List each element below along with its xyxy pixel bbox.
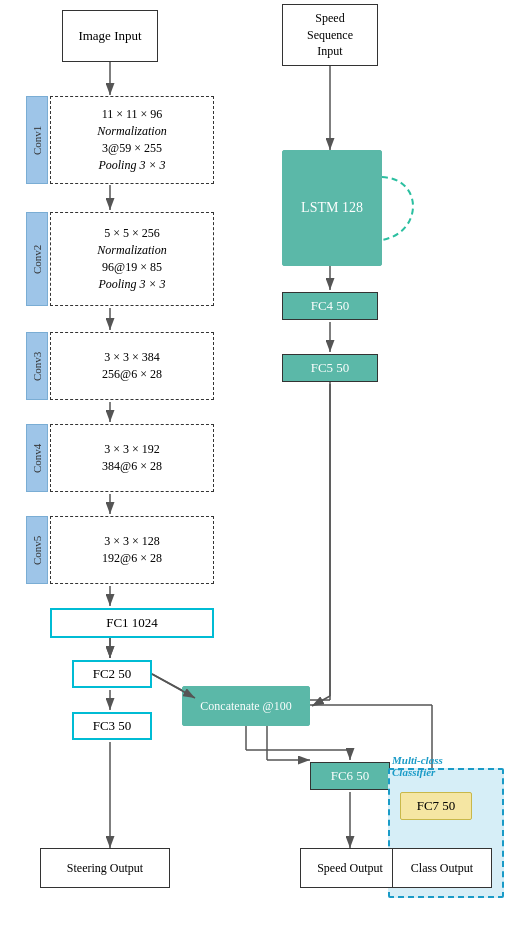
fc2-node: FC2 50 bbox=[72, 660, 152, 688]
conv3-node: 3 × 3 × 384 256@6 × 28 bbox=[50, 332, 214, 400]
steering-output-node: Steering Output bbox=[40, 848, 170, 888]
conv3-side-label: Conv3 bbox=[26, 332, 48, 400]
fc5-node: FC5 50 bbox=[282, 354, 378, 382]
fc6-label: FC6 50 bbox=[331, 767, 370, 785]
concatenate-label: Concatenate @100 bbox=[200, 698, 291, 715]
conv3-line1: 3 × 3 × 384 bbox=[102, 349, 162, 366]
fc1-label: FC1 1024 bbox=[106, 614, 158, 632]
conv1-line3: 3@59 × 255 bbox=[97, 140, 166, 157]
multiclass-classifier-label: Multi-classClassifier bbox=[392, 754, 443, 778]
conv1-side-label: Conv1 bbox=[26, 96, 48, 184]
speed-seq-label: SpeedSequenceInput bbox=[307, 10, 353, 60]
diagram: Image Input SpeedSequenceInput Conv1 11 … bbox=[0, 0, 514, 946]
concatenate-node: Concatenate @100 bbox=[182, 686, 310, 726]
conv4-side-label: Conv4 bbox=[26, 424, 48, 492]
fc2-label: FC2 50 bbox=[93, 665, 132, 683]
conv2-side-label: Conv2 bbox=[26, 212, 48, 306]
conv1-line1: 11 × 11 × 96 bbox=[97, 106, 166, 123]
fc5-label: FC5 50 bbox=[311, 359, 350, 377]
conv4-line1: 3 × 3 × 192 bbox=[102, 441, 162, 458]
fc3-node: FC3 50 bbox=[72, 712, 152, 740]
conv4-line2: 384@6 × 28 bbox=[102, 458, 162, 475]
conv2-line1: 5 × 5 × 256 bbox=[97, 225, 166, 242]
conv1-line2: Normalization bbox=[97, 123, 166, 140]
speed-output-label: Speed Output bbox=[317, 860, 383, 877]
image-input-label: Image Input bbox=[78, 27, 141, 45]
conv5-line2: 192@6 × 28 bbox=[102, 550, 162, 567]
class-output-label: Class Output bbox=[411, 860, 473, 877]
lstm-label: LSTM 128 bbox=[301, 198, 363, 218]
fc4-label: FC4 50 bbox=[311, 297, 350, 315]
image-input-node: Image Input bbox=[62, 10, 158, 62]
fc7-node: FC7 50 bbox=[400, 792, 472, 820]
lstm-node: LSTM 128 bbox=[282, 150, 382, 266]
fc1-node: FC1 1024 bbox=[50, 608, 214, 638]
conv2-line4: Pooling 3 × 3 bbox=[97, 276, 166, 293]
fc3-label: FC3 50 bbox=[93, 717, 132, 735]
fc6-node: FC6 50 bbox=[310, 762, 390, 790]
conv5-line1: 3 × 3 × 128 bbox=[102, 533, 162, 550]
class-output-node: Class Output bbox=[392, 848, 492, 888]
svg-line-27 bbox=[312, 696, 330, 706]
conv2-line2: Normalization bbox=[97, 242, 166, 259]
fc7-label: FC7 50 bbox=[417, 797, 456, 815]
steering-output-label: Steering Output bbox=[67, 860, 143, 877]
speed-seq-input-node: SpeedSequenceInput bbox=[282, 4, 378, 66]
fc4-node: FC4 50 bbox=[282, 292, 378, 320]
conv2-node: 5 × 5 × 256 Normalization 96@19 × 85 Poo… bbox=[50, 212, 214, 306]
conv2-line3: 96@19 × 85 bbox=[97, 259, 166, 276]
conv4-node: 3 × 3 × 192 384@6 × 28 bbox=[50, 424, 214, 492]
conv1-node: 11 × 11 × 96 Normalization 3@59 × 255 Po… bbox=[50, 96, 214, 184]
conv1-line4: Pooling 3 × 3 bbox=[97, 157, 166, 174]
conv3-line2: 256@6 × 28 bbox=[102, 366, 162, 383]
conv5-node: 3 × 3 × 128 192@6 × 28 bbox=[50, 516, 214, 584]
conv5-side-label: Conv5 bbox=[26, 516, 48, 584]
speed-output-node: Speed Output bbox=[300, 848, 400, 888]
